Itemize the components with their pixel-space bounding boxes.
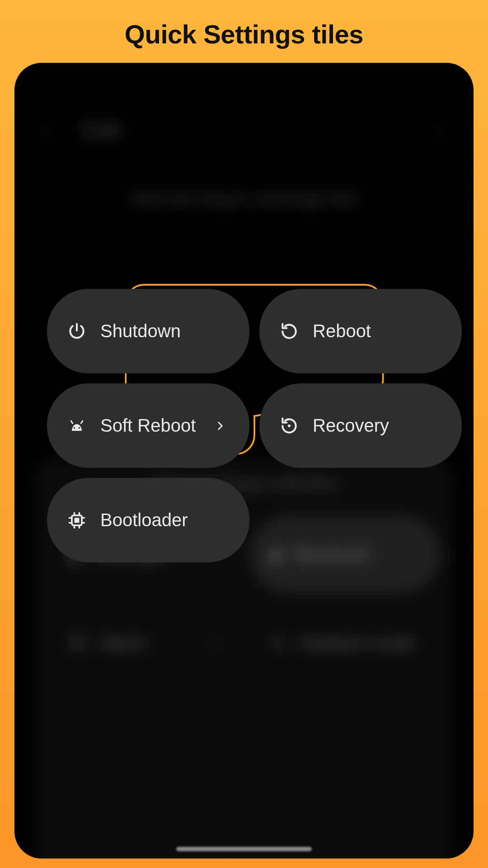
tile-label: Alarm [99, 633, 146, 653]
svg-point-1 [79, 427, 80, 429]
airplane-icon: ✈ [271, 632, 286, 653]
rearrange-hint: Hold and drag to rearrange tiles [14, 189, 474, 208]
android-icon [67, 416, 87, 436]
tile-shutdown[interactable]: Shutdown [47, 289, 249, 373]
tile-label: Shutdown [100, 321, 181, 341]
tile-recovery[interactable]: Recovery [259, 383, 462, 468]
tile-label: Reboot [313, 321, 371, 341]
tile-label: Soft Reboot [100, 415, 196, 436]
tile-soft-reboot[interactable]: Soft Reboot [47, 383, 249, 468]
edit-header: ← Edit ⋮ [14, 117, 474, 143]
back-icon[interactable]: ← [38, 117, 61, 143]
svg-point-0 [74, 427, 75, 429]
svg-line-3 [81, 421, 83, 424]
svg-line-2 [71, 421, 73, 424]
tile-bootloader[interactable]: Bootloader [47, 478, 249, 562]
chip-icon [67, 510, 87, 530]
chevron-right-icon: › [211, 633, 217, 653]
more-icon[interactable]: ⋮ [427, 117, 450, 143]
tile-airplane[interactable]: ✈ Airplane mode [249, 604, 441, 682]
tile-alarm[interactable]: ⦿ Alarm › [47, 604, 239, 682]
tile-label: Bootloader [100, 510, 188, 530]
tile-label: Recovery [313, 415, 389, 436]
chevron-right-icon [214, 415, 226, 436]
device-frame: ← Edit ⋮ Hold and drag to rearrange tile… [14, 63, 474, 859]
home-indicator[interactable] [176, 847, 312, 851]
tile-reboot[interactable]: Reboot [259, 289, 462, 373]
restore-icon [279, 416, 299, 436]
tile-label: Airplane mode [299, 633, 415, 653]
rotate-ccw-icon [279, 321, 299, 341]
promo-title: Quick Settings tiles [0, 0, 488, 49]
alarm-icon: ⦿ [69, 633, 87, 653]
power-icon [67, 321, 87, 341]
svg-rect-6 [75, 519, 78, 522]
svg-point-4 [288, 425, 291, 427]
header-title: Edit [82, 117, 121, 143]
power-tiles-grid: Shutdown Reboot Soft Rebo [47, 289, 462, 562]
